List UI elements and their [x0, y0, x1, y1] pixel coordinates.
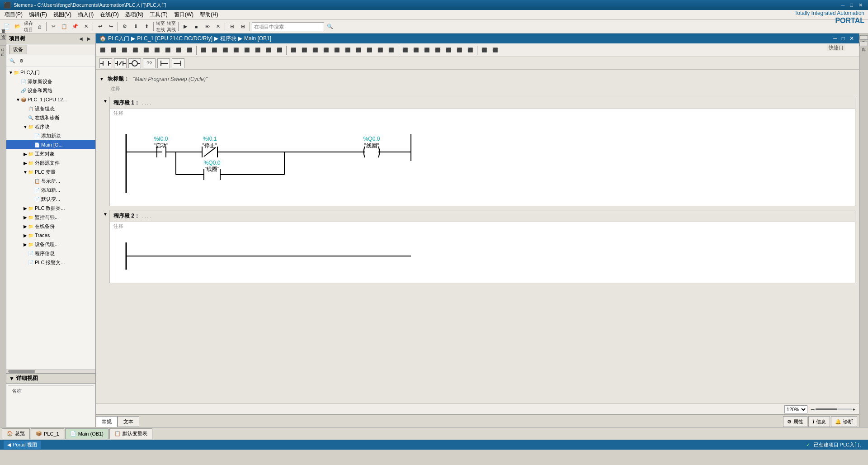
tree-scrollbar-h[interactable] [6, 369, 95, 373]
instr-btn-25[interactable]: ⬛ [364, 45, 374, 55]
instr-btn-15[interactable]: ⬛ [253, 45, 263, 55]
instr-btn-14[interactable]: ⬛ [242, 45, 252, 55]
lad-branch-open-button[interactable] [157, 58, 170, 68]
bc-item-0[interactable]: PLC入门 [108, 35, 129, 43]
clear-button[interactable]: ✕ [213, 22, 223, 32]
menu-tools[interactable]: 工具(T) [147, 10, 170, 19]
zoom-in-button[interactable]: + [853, 407, 855, 412]
compile-button[interactable]: ⚙ [120, 22, 130, 32]
left-tab-plc[interactable]: PLC [0, 45, 6, 59]
right-tab-library[interactable]: 库 [859, 42, 868, 46]
instr-btn-35[interactable]: ⬛ [479, 45, 489, 55]
seg1-expand-icon[interactable]: ▼ [103, 99, 108, 104]
monitor-button[interactable]: 👁 [202, 22, 212, 32]
device-tab[interactable]: 设备 [9, 45, 27, 54]
tab-plc1[interactable]: 📦 PLC_1 [31, 428, 64, 439]
zoom-out-button[interactable]: ─ [811, 407, 815, 412]
root-expand-icon[interactable]: ▼ [8, 70, 14, 75]
menu-view[interactable]: 视图(V) [51, 10, 74, 19]
panel-info-tab[interactable]: ℹ 信息 [808, 416, 830, 427]
tree-item-online-backup[interactable]: ▶ 📁 在线备份 [6, 222, 95, 231]
zoom-slider[interactable] [816, 408, 852, 410]
detail-expand-icon[interactable]: ▼ [9, 375, 14, 382]
tree-item-plc-vars[interactable]: ▼ 📁 PLC 变量 [6, 167, 95, 176]
delete-button[interactable]: ✕ [81, 22, 91, 32]
upload-button[interactable]: ⬆ [142, 22, 151, 32]
tile-vert-button[interactable]: ⊞ [238, 22, 248, 32]
instr-btn-4[interactable]: ⬛ [130, 45, 140, 55]
copy-button[interactable]: 📋 [59, 22, 69, 32]
tree-item-main-ob1[interactable]: 📄 Main [O... [6, 140, 95, 149]
print-button[interactable]: 🖨 [34, 22, 44, 32]
tree-item-prog-info[interactable]: 📄 程序信息 [6, 249, 95, 258]
instr-btn-8[interactable]: ⬛ [174, 45, 184, 55]
tree-root[interactable]: ▼ 📁 PLC入门 [6, 68, 95, 77]
menu-options[interactable]: 选项(N) [123, 10, 146, 19]
menu-project[interactable]: 项目(P) [2, 10, 25, 19]
instr-btn-30[interactable]: ⬛ [422, 45, 432, 55]
tree-item-show-all-vars[interactable]: 📋 显示所... [6, 176, 95, 185]
bc-item-1[interactable]: PLC_1 [CPU 214C DC/DC/RIy] [137, 35, 212, 42]
menu-window[interactable]: 窗口(W) [171, 10, 196, 19]
tree-item-device-proxy[interactable]: ▶ 📁 设备代理... [6, 240, 95, 249]
instr-btn-31[interactable]: ⬛ [433, 45, 443, 55]
transfer-offline-button[interactable]: 转至离线 [166, 22, 176, 32]
instr-btn-28[interactable]: ⬛ [400, 45, 410, 55]
menu-help[interactable]: 帮助(H) [197, 10, 221, 19]
instr-btn-19[interactable]: ⬛ [299, 45, 309, 55]
open-button[interactable]: 📂 [13, 22, 23, 32]
tab-text[interactable]: 文本 [118, 416, 139, 427]
search-input[interactable] [252, 22, 324, 31]
minimize-button[interactable]: ─ [840, 2, 847, 8]
tree-item-traces[interactable]: ▶ 📁 Traces [6, 231, 95, 240]
tree-settings-button[interactable]: ⚙ [17, 57, 25, 65]
instr-btn-33[interactable]: ⬛ [454, 45, 464, 55]
right-tab-instructions[interactable]: 指令 [859, 35, 868, 40]
instr-btn-24[interactable]: ⬛ [354, 45, 363, 55]
download-button[interactable]: ⬇ [131, 22, 141, 32]
instr-btn-1[interactable]: ⬛ [98, 45, 108, 55]
instr-btn-3[interactable]: ⬛ [119, 45, 129, 55]
lad-box-button[interactable]: ?? [143, 58, 156, 68]
menu-insert[interactable]: 插入(I) [75, 10, 96, 19]
instr-btn-20[interactable]: ⬛ [310, 45, 320, 55]
menu-edit[interactable]: 编辑(E) [26, 10, 50, 19]
tree-item-online-diag[interactable]: 🔍 在线和诊断 [6, 113, 95, 122]
tree-item-add-device[interactable]: 📄 添加新设备 [6, 77, 95, 86]
tile-horiz-button[interactable]: ⊟ [227, 22, 237, 32]
editor-restore-button[interactable]: □ [840, 35, 846, 42]
tree-item-program-blocks[interactable]: ▼ 📁 程序块 [6, 122, 95, 131]
lad-coil-button[interactable] [128, 58, 141, 68]
instr-btn-9[interactable]: ⬛ [184, 45, 194, 55]
instr-btn-17[interactable]: ⬛ [274, 45, 284, 55]
instr-btn-10[interactable]: ⬛ [198, 45, 208, 55]
bc-item-2[interactable]: 程序块 [220, 35, 236, 43]
instr-btn-32[interactable]: ⬛ [443, 45, 453, 55]
instr-btn-7[interactable]: ⬛ [163, 45, 173, 55]
instr-btn-13[interactable]: ⬛ [231, 45, 241, 55]
undo-button[interactable]: ↩ [95, 22, 105, 32]
instr-btn-2[interactable]: ⬛ [108, 45, 118, 55]
cut-button[interactable]: ✂ [48, 22, 58, 32]
block-expand-icon[interactable]: ▼ [99, 76, 104, 81]
panel-properties-tab[interactable]: ⚙ 属性 [783, 416, 807, 427]
tree-search-button[interactable]: 🔍 [8, 57, 16, 65]
instr-btn-26[interactable]: ⬛ [375, 45, 385, 55]
tree-item-default-var[interactable]: 📄 默认变... [6, 195, 95, 204]
instr-btn-34[interactable]: ⬛ [465, 45, 475, 55]
restore-button[interactable]: □ [848, 2, 855, 8]
tab-ladder[interactable]: 常规 [96, 416, 118, 427]
close-button[interactable]: ✕ [857, 2, 864, 8]
menu-online[interactable]: 在线(O) [97, 10, 121, 19]
left-tab-portal[interactable]: 设备 [0, 33, 6, 39]
instr-btn-23[interactable]: ⬛ [343, 45, 353, 55]
left-tab-library[interactable]: 版 [0, 39, 6, 45]
tab-main-ob1[interactable]: 📄 Main (OB1) [65, 428, 108, 439]
tree-item-tech-objects[interactable]: ▶ 📁 工艺对象 [6, 149, 95, 158]
stop-sim-button[interactable]: ■ [191, 22, 201, 32]
panel-diagnostics-tab[interactable]: 🔔 诊断 [831, 416, 857, 427]
tree-item-plc-data-types[interactable]: ▶ 📁 PLC 数据类... [6, 204, 95, 213]
editor-content[interactable]: ▼ 块标题： "Main Program Sweep (Cycle)" 注释 ▼… [96, 70, 859, 403]
seg2-expand-icon[interactable]: ▼ [103, 212, 108, 217]
tree-item-monitoring[interactable]: ▶ 📁 监控与强... [6, 213, 95, 222]
